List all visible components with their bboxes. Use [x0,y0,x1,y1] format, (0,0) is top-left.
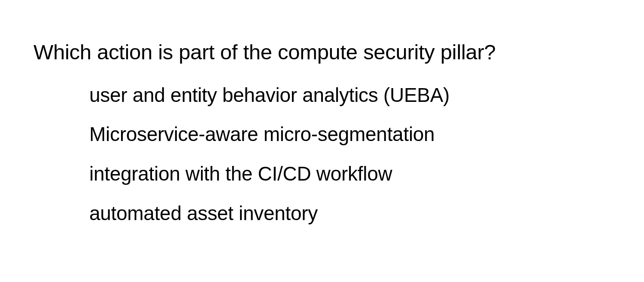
option-item[interactable]: integration with the CI/CD workflow [89,161,644,187]
options-list: user and entity behavior analytics (UEBA… [33,83,644,227]
option-item[interactable]: user and entity behavior analytics (UEBA… [89,83,644,108]
option-item[interactable]: automated asset inventory [89,201,644,227]
question-text: Which action is part of the compute secu… [33,39,644,66]
option-item[interactable]: Microservice-aware micro-segmentation [89,122,644,147]
